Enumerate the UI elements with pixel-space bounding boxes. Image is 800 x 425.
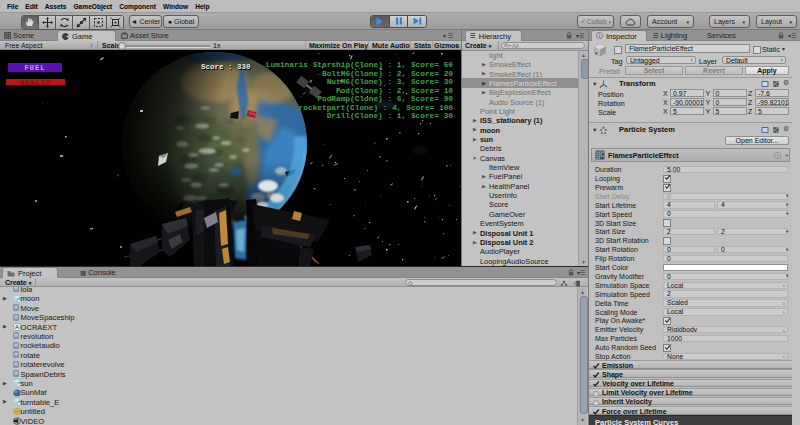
svg-text:A: A (14, 324, 18, 330)
